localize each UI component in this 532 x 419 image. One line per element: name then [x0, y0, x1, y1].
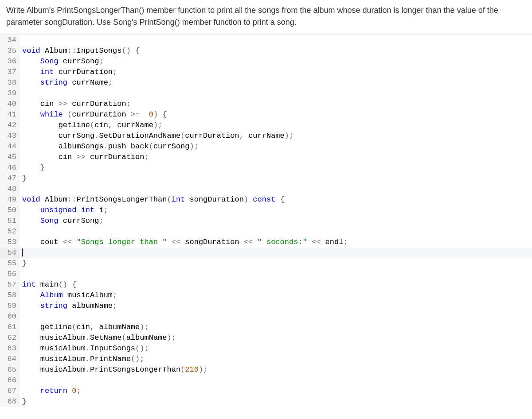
code-line[interactable]: 56: [0, 269, 532, 279]
code-line[interactable]: 40 cin >> currDuration;: [0, 99, 532, 109]
code-line[interactable]: 60: [0, 311, 532, 322]
code-source[interactable]: [20, 226, 532, 237]
code-source[interactable]: int main() {: [20, 279, 532, 290]
code-line[interactable]: 67 return 0;: [0, 386, 532, 396]
line-number: 66: [0, 375, 20, 386]
code-line[interactable]: 59 string albumName;: [0, 301, 532, 311]
line-number: 46: [0, 163, 20, 173]
code-source[interactable]: Song currSong;: [20, 56, 532, 67]
line-number: 56: [0, 269, 20, 279]
code-source[interactable]: cin >> currDuration;: [20, 99, 532, 109]
line-number: 50: [0, 205, 20, 216]
line-number: 55: [0, 258, 20, 269]
line-number: 52: [0, 226, 20, 237]
code-line[interactable]: 66: [0, 375, 532, 386]
code-source[interactable]: }: [20, 258, 532, 269]
code-source[interactable]: }: [20, 173, 532, 184]
code-source[interactable]: musicAlbum.PrintSongsLongerThan(210);: [20, 365, 532, 375]
code-source[interactable]: [20, 35, 532, 46]
line-number: 42: [0, 120, 20, 131]
code-source[interactable]: [20, 88, 532, 99]
code-source[interactable]: [20, 184, 532, 194]
code-source[interactable]: [20, 375, 532, 386]
code-source[interactable]: musicAlbum.PrintName();: [20, 354, 532, 365]
code-line[interactable]: 52: [0, 226, 532, 237]
code-line[interactable]: 54: [0, 248, 532, 258]
code-line[interactable]: 62 musicAlbum.SetName(albumName);: [0, 333, 532, 343]
line-number: 60: [0, 311, 20, 322]
code-source[interactable]: [20, 269, 532, 279]
code-line[interactable]: 50 unsigned int i;: [0, 205, 532, 216]
code-line[interactable]: 61 getline(cin, albumName);: [0, 322, 532, 333]
code-line[interactable]: 34: [0, 35, 532, 46]
code-source[interactable]: while (currDuration >= 0) {: [20, 109, 532, 120]
code-source[interactable]: void Album::PrintSongsLongerThan(int son…: [20, 194, 532, 205]
code-line[interactable]: 45 cin >> currDuration;: [0, 152, 532, 163]
line-number: 41: [0, 109, 20, 120]
code-source[interactable]: cin >> currDuration;: [20, 152, 532, 163]
code-line[interactable]: 36 Song currSong;: [0, 56, 532, 67]
code-line[interactable]: 37 int currDuration;: [0, 67, 532, 78]
code-source[interactable]: [20, 311, 532, 322]
code-line[interactable]: 38 string currName;: [0, 78, 532, 88]
line-number: 54: [0, 248, 20, 258]
code-source[interactable]: }: [20, 163, 532, 173]
line-number: 63: [0, 343, 20, 354]
code-source[interactable]: cout << "Songs longer than " << songDura…: [20, 237, 532, 248]
line-number: 64: [0, 354, 20, 365]
code-source[interactable]: Album musicAlbum;: [20, 290, 532, 301]
code-line[interactable]: 42 getline(cin, currName);: [0, 120, 532, 131]
code-line[interactable]: 39: [0, 88, 532, 99]
line-number: 51: [0, 216, 20, 226]
text-cursor: [22, 248, 23, 256]
line-number: 43: [0, 131, 20, 141]
line-number: 35: [0, 46, 20, 56]
code-source[interactable]: }: [20, 396, 532, 407]
code-source[interactable]: int currDuration;: [20, 67, 532, 78]
code-source[interactable]: Song currSong;: [20, 216, 532, 226]
code-line[interactable]: 47}: [0, 173, 532, 184]
code-source[interactable]: musicAlbum.SetName(albumName);: [20, 333, 532, 343]
code-source[interactable]: currSong.SetDurationAndName(currDuration…: [20, 131, 532, 141]
code-line[interactable]: 53 cout << "Songs longer than " << songD…: [0, 237, 532, 248]
line-number: 49: [0, 194, 20, 205]
code-line[interactable]: 49void Album::PrintSongsLongerThan(int s…: [0, 194, 532, 205]
code-line[interactable]: 63 musicAlbum.InputSongs();: [0, 343, 532, 354]
line-number: 45: [0, 152, 20, 163]
code-line[interactable]: 55}: [0, 258, 532, 269]
line-number: 67: [0, 386, 20, 396]
code-source[interactable]: getline(cin, albumName);: [20, 322, 532, 333]
code-source[interactable]: void Album::InputSongs() {: [20, 46, 532, 56]
code-source[interactable]: return 0;: [20, 386, 532, 396]
code-source[interactable]: musicAlbum.InputSongs();: [20, 343, 532, 354]
line-number: 58: [0, 290, 20, 301]
line-number: 38: [0, 78, 20, 88]
line-number: 61: [0, 322, 20, 333]
code-source[interactable]: string currName;: [20, 78, 532, 88]
code-source[interactable]: [20, 248, 532, 258]
code-line[interactable]: 57int main() {: [0, 279, 532, 290]
code-source[interactable]: unsigned int i;: [20, 205, 532, 216]
code-line[interactable]: 65 musicAlbum.PrintSongsLongerThan(210);: [0, 365, 532, 375]
line-number: 53: [0, 237, 20, 248]
line-number: 37: [0, 67, 20, 78]
code-line[interactable]: 51 Song currSong;: [0, 216, 532, 226]
line-number: 65: [0, 365, 20, 375]
code-line[interactable]: 43 currSong.SetDurationAndName(currDurat…: [0, 131, 532, 141]
code-line[interactable]: 48: [0, 184, 532, 194]
line-number: 36: [0, 56, 20, 67]
code-editor[interactable]: 3435void Album::InputSongs() {36 Song cu…: [0, 35, 532, 407]
line-number: 44: [0, 141, 20, 152]
code-line[interactable]: 35void Album::InputSongs() {: [0, 46, 532, 56]
code-line[interactable]: 44 albumSongs.push_back(currSong);: [0, 141, 532, 152]
code-line[interactable]: 64 musicAlbum.PrintName();: [0, 354, 532, 365]
code-source[interactable]: getline(cin, currName);: [20, 120, 532, 131]
code-line[interactable]: 46 }: [0, 163, 532, 173]
line-number: 68: [0, 396, 20, 407]
code-line[interactable]: 68}: [0, 396, 532, 407]
code-source[interactable]: string albumName;: [20, 301, 532, 311]
line-number: 34: [0, 35, 20, 46]
code-line[interactable]: 41 while (currDuration >= 0) {: [0, 109, 532, 120]
code-source[interactable]: albumSongs.push_back(currSong);: [20, 141, 532, 152]
code-line[interactable]: 58 Album musicAlbum;: [0, 290, 532, 301]
